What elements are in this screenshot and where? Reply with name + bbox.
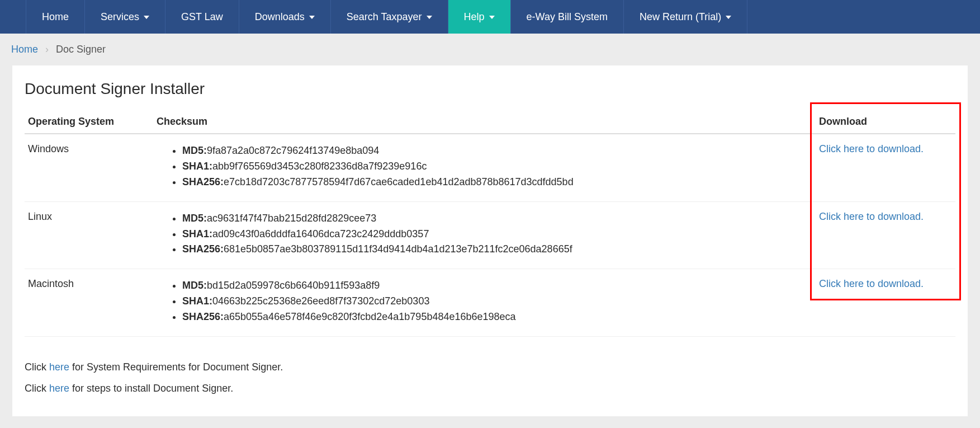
footer-note-link[interactable]: here <box>49 383 69 394</box>
checksum-cell: MD5:9fa87a2a0c872c79624f13749e8ba094SHA1… <box>153 134 816 201</box>
checksum-cell: MD5:bd15d2a059978c6b6640b911f593a8f9SHA1… <box>153 269 816 337</box>
nav-item-gst-law[interactable]: GST Law <box>165 0 239 34</box>
hash-value: 9fa87a2a0c872c79624f13749e8ba094 <box>207 145 379 156</box>
nav-item-label: Services <box>101 11 139 23</box>
download-link[interactable]: Click here to download. <box>819 143 924 154</box>
chevron-down-icon <box>427 16 432 19</box>
download-cell: Click here to download. <box>816 269 955 337</box>
table-row: LinuxMD5:ac9631f47f47bab215d28fd2829cee7… <box>25 201 955 269</box>
table-header-os: Operating System <box>25 110 153 134</box>
hash-label: SHA256: <box>182 243 224 255</box>
hash-value: 04663b225c25368e26eed8f7f37302cd72eb0303 <box>212 295 429 307</box>
download-cell: Click here to download. <box>816 201 955 269</box>
footer-note: Click here for steps to install Document… <box>25 378 955 399</box>
os-cell: Macintosh <box>25 269 153 337</box>
nav-item-label: Downloads <box>255 11 305 23</box>
footer-note-link[interactable]: here <box>49 361 69 373</box>
hash-value: a65b055a46e578f46e9c820f3fcbd2e4a1b795b4… <box>224 311 516 322</box>
hash-value: bd15d2a059978c6b6640b911f593a8f9 <box>207 280 380 291</box>
table-row: WindowsMD5:9fa87a2a0c872c79624f13749e8ba… <box>25 134 955 201</box>
hash-value: ad09c43f0a6dddfa16406dca723c2429dddb0357 <box>212 228 429 239</box>
table-header-checksum: Checksum <box>153 110 816 134</box>
hash-label: MD5: <box>182 145 207 156</box>
breadcrumb-current: Doc Signer <box>56 44 106 55</box>
download-cell: Click here to download. <box>816 134 955 201</box>
chevron-down-icon <box>489 16 495 19</box>
chevron-down-icon <box>309 16 315 19</box>
os-cell: Windows <box>25 134 153 201</box>
hash-value: ac9631f47f47bab215d28fd2829cee73 <box>207 213 376 224</box>
nav-item-new-return-trial-[interactable]: New Return (Trial) <box>623 0 747 34</box>
footer-notes: Click here for System Requirements for D… <box>25 357 955 399</box>
hash-value: abb9f765569d3453c280f82336d8a7f9239e916c <box>212 161 427 172</box>
nav-item-label: Help <box>464 11 485 23</box>
table-row: MacintoshMD5:bd15d2a059978c6b6640b911f59… <box>25 269 955 337</box>
nav-item-e-way-bill-system[interactable]: e-Way Bill System <box>510 0 623 34</box>
hash-label: MD5: <box>182 213 207 224</box>
nav-item-downloads[interactable]: Downloads <box>239 0 330 34</box>
hash-label: SHA256: <box>182 311 224 322</box>
nav-item-label: Search Taxpayer <box>347 11 422 23</box>
nav-item-label: GST Law <box>181 11 223 23</box>
page-title: Document Signer Installer <box>25 80 955 98</box>
chevron-down-icon <box>144 16 149 19</box>
breadcrumb: Home › Doc Signer <box>0 34 980 65</box>
os-cell: Linux <box>25 201 153 269</box>
hash-label: SHA256: <box>182 176 224 187</box>
download-link[interactable]: Click here to download. <box>819 278 924 289</box>
checksum-cell: MD5:ac9631f47f47bab215d28fd2829cee73SHA1… <box>153 201 816 269</box>
breadcrumb-home-link[interactable]: Home <box>11 44 38 55</box>
footer-note: Click here for System Requirements for D… <box>25 357 955 378</box>
download-link[interactable]: Click here to download. <box>819 211 924 222</box>
table-header-download: Download <box>816 110 955 134</box>
hash-value: e7cb18d7203c7877578594f7d67cae6caded1eb4… <box>224 176 574 187</box>
navbar: HomeServicesGST LawDownloadsSearch Taxpa… <box>0 0 980 34</box>
nav-item-services[interactable]: Services <box>84 0 165 34</box>
chevron-down-icon <box>726 16 731 19</box>
nav-item-search-taxpayer[interactable]: Search Taxpayer <box>330 0 448 34</box>
hash-label: SHA1: <box>182 295 212 307</box>
hash-label: SHA1: <box>182 228 212 239</box>
downloads-table: Operating System Checksum Download Windo… <box>25 110 955 337</box>
nav-item-label: New Return (Trial) <box>640 11 721 23</box>
hash-value: 681e5b0857ae3b803789115d11f34d9414db4a1d… <box>224 243 572 255</box>
nav-item-help[interactable]: Help <box>448 0 510 34</box>
breadcrumb-separator: › <box>45 44 49 55</box>
nav-item-label: Home <box>42 11 69 23</box>
main-card: Document Signer Installer Operating Syst… <box>12 65 968 416</box>
hash-label: SHA1: <box>182 161 212 172</box>
nav-item-home[interactable]: Home <box>26 0 84 34</box>
nav-item-label: e-Way Bill System <box>527 11 608 23</box>
hash-label: MD5: <box>182 280 207 291</box>
